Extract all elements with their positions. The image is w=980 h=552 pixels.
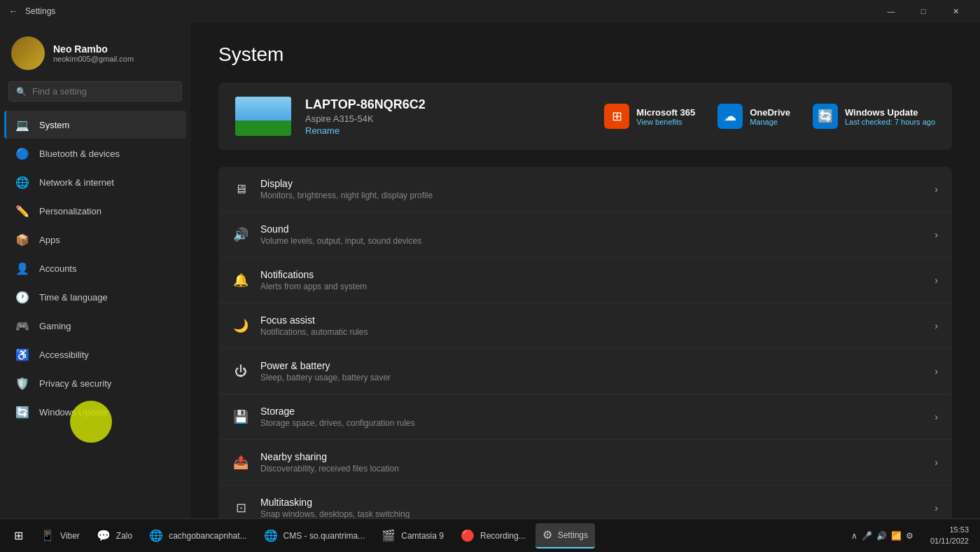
user-profile[interactable]: Neo Rambo neokim005@gmail.com bbox=[0, 22, 190, 81]
chrome2-taskbar-label: CMS - so.quantrima... bbox=[284, 531, 365, 541]
start-button[interactable]: ⊞ bbox=[6, 523, 31, 548]
sidebar-item-accessibility[interactable]: ♿ Accessibility bbox=[4, 340, 186, 368]
user-email: neokim005@gmail.com bbox=[53, 55, 134, 63]
quick-link-sub-windows-update[interactable]: Last checked: 7 hours ago bbox=[845, 118, 935, 126]
sidebar-item-time[interactable]: 🕐 Time & language bbox=[4, 283, 186, 311]
sound-icon: 🔊 bbox=[232, 226, 249, 243]
chevron-right-icon: › bbox=[934, 366, 938, 377]
settings-desc-multitasking: Snap windows, desktops, task switching bbox=[260, 509, 923, 518]
close-button[interactable]: ✕ bbox=[939, 0, 972, 22]
tray-mic-icon: 🎤 bbox=[862, 531, 872, 541]
sidebar-item-label: Windows Update bbox=[39, 407, 108, 418]
gaming-icon: 🎮 bbox=[15, 319, 29, 333]
chevron-right-icon: › bbox=[934, 320, 938, 331]
settings-item-nearby-sharing[interactable]: 📤 Nearby sharing Discoverability, receiv… bbox=[218, 440, 952, 485]
recording-taskbar-label: Recording... bbox=[480, 531, 526, 541]
multitasking-icon: ⊡ bbox=[232, 499, 249, 516]
sidebar-item-label: Time & language bbox=[39, 292, 108, 303]
quick-link-windows-update[interactable]: 🔄 Windows Update Last checked: 7 hours a… bbox=[813, 104, 935, 129]
privacy-icon: 🛡️ bbox=[15, 376, 29, 390]
taskbar: ⊞ 📱 Viber 💬 Zalo 🌐 cachgobancapnhat... 🌐… bbox=[0, 518, 980, 552]
settings-item-multitasking[interactable]: ⊡ Multitasking Snap windows, desktops, t… bbox=[218, 485, 952, 518]
settings-title-nearby-sharing: Nearby sharing bbox=[260, 451, 923, 462]
settings-title-sound: Sound bbox=[260, 223, 923, 235]
chevron-right-icon: › bbox=[934, 411, 938, 422]
taskbar-app-recording[interactable]: 🔴 Recording... bbox=[454, 523, 533, 548]
settings-title-multitasking: Multitasking bbox=[260, 497, 923, 508]
settings-list: 🖥 Display Monitors, brightness, night li… bbox=[218, 167, 952, 518]
display-icon: 🖥 bbox=[232, 181, 249, 198]
settings-item-storage[interactable]: 💾 Storage Storage space, drives, configu… bbox=[218, 394, 952, 440]
taskbar-right: ∧ 🎤 🔊 📶 ⚙ 15:53 01/11/2022 bbox=[846, 525, 974, 546]
viber-taskbar-label: Viber bbox=[60, 531, 80, 541]
back-button[interactable]: ← bbox=[8, 6, 18, 17]
settings-item-focus-assist[interactable]: 🌙 Focus assist Notifications, automatic … bbox=[218, 303, 952, 349]
sidebar-item-bluetooth[interactable]: 🔵 Bluetooth & devices bbox=[4, 139, 186, 167]
taskbar-apps: 📱 Viber 💬 Zalo 🌐 cachgobancapnhat... 🌐 C… bbox=[34, 523, 595, 548]
tray-arrow[interactable]: ∧ bbox=[851, 531, 858, 541]
nav-list: 💻 System 🔵 Bluetooth & devices 🌐 Network… bbox=[0, 110, 190, 427]
sidebar-item-personalization[interactable]: ✏️ Personalization bbox=[4, 197, 186, 225]
sidebar-item-privacy[interactable]: 🛡️ Privacy & security bbox=[4, 369, 186, 397]
taskbar-tray: ∧ 🎤 🔊 📶 ⚙ bbox=[846, 531, 919, 541]
settings-item-notifications[interactable]: 🔔 Notifications Alerts from apps and sys… bbox=[218, 258, 952, 303]
sidebar-item-system[interactable]: 💻 System bbox=[4, 111, 186, 139]
sidebar-item-label: Bluetooth & devices bbox=[39, 149, 120, 159]
quick-link-sub-ms365[interactable]: View benefits bbox=[636, 118, 695, 126]
user-name: Neo Rambo bbox=[53, 43, 134, 55]
device-name: LAPTOP-86NQR6C2 bbox=[305, 97, 590, 112]
sidebar-item-gaming[interactable]: 🎮 Gaming bbox=[4, 312, 186, 340]
chrome1-taskbar-label: cachgobancapnhat... bbox=[169, 531, 246, 541]
device-info: LAPTOP-86NQR6C2 Aspire A315-54K Rename bbox=[305, 97, 590, 136]
settings-desc-focus-assist: Notifications, automatic rules bbox=[260, 327, 923, 337]
sidebar-item-windows-update[interactable]: 🔄 Windows Update bbox=[4, 398, 186, 426]
taskbar-app-viber[interactable]: 📱 Viber bbox=[34, 523, 87, 548]
sidebar-item-label: Apps bbox=[39, 235, 60, 245]
settings-item-sound[interactable]: 🔊 Sound Volume levels, output, input, so… bbox=[218, 212, 952, 258]
sidebar-item-accounts[interactable]: 👤 Accounts bbox=[4, 254, 186, 282]
sidebar-item-label: Gaming bbox=[39, 321, 71, 331]
settings-desc-sound: Volume levels, output, input, sound devi… bbox=[260, 236, 923, 246]
minimize-button[interactable]: — bbox=[875, 0, 907, 22]
nearby-sharing-icon: 📤 bbox=[232, 454, 249, 471]
quick-link-sub-onedrive[interactable]: Manage bbox=[750, 118, 790, 126]
window-controls: — □ ✕ bbox=[875, 0, 972, 22]
taskbar-app-chrome1[interactable]: 🌐 cachgobancapnhat... bbox=[142, 523, 253, 548]
bluetooth-icon: 🔵 bbox=[15, 146, 29, 160]
settings-title-notifications: Notifications bbox=[260, 269, 923, 280]
taskbar-clock[interactable]: 15:53 01/11/2022 bbox=[925, 525, 974, 546]
taskbar-app-camtasia[interactable]: 🎬 Camtasia 9 bbox=[374, 523, 451, 548]
clock-date: 01/11/2022 bbox=[930, 536, 969, 546]
settings-title-display: Display bbox=[260, 178, 923, 189]
chrome1-taskbar-icon: 🌐 bbox=[149, 529, 163, 542]
search-box[interactable]: 🔍 bbox=[8, 81, 182, 102]
sidebar-item-apps[interactable]: 📦 Apps bbox=[4, 226, 186, 254]
tray-gear-icon[interactable]: ⚙ bbox=[906, 531, 913, 541]
taskbar-app-chrome2[interactable]: 🌐 CMS - so.quantrima... bbox=[257, 523, 372, 548]
settings-item-display[interactable]: 🖥 Display Monitors, brightness, night li… bbox=[218, 167, 952, 212]
taskbar-app-zalo[interactable]: 💬 Zalo bbox=[90, 523, 139, 548]
settings-taskbar-label: Settings bbox=[558, 530, 588, 540]
zalo-taskbar-label: Zalo bbox=[116, 531, 132, 541]
quick-link-onedrive[interactable]: ☁ OneDrive Manage bbox=[718, 104, 790, 129]
device-card: LAPTOP-86NQR6C2 Aspire A315-54K Rename ⊞… bbox=[218, 83, 952, 150]
device-thumbnail bbox=[235, 97, 291, 136]
network-icon: 🌐 bbox=[15, 175, 29, 189]
tray-network-icon[interactable]: 📶 bbox=[891, 531, 902, 541]
chevron-right-icon: › bbox=[934, 457, 938, 468]
viber-taskbar-icon: 📱 bbox=[41, 529, 55, 542]
device-rename-link[interactable]: Rename bbox=[305, 125, 590, 136]
quick-link-title-ms365: Microsoft 365 bbox=[636, 107, 695, 118]
settings-desc-storage: Storage space, drives, configuration rul… bbox=[260, 418, 923, 428]
search-input[interactable] bbox=[32, 86, 174, 97]
sidebar-item-label: Accessibility bbox=[39, 350, 89, 360]
ms365-icon: ⊞ bbox=[604, 104, 629, 129]
settings-item-power-battery[interactable]: ⏻ Power & battery Sleep, battery usage, … bbox=[218, 349, 952, 394]
page-title: System bbox=[218, 43, 952, 66]
sidebar-item-network[interactable]: 🌐 Network & internet bbox=[4, 168, 186, 196]
maximize-button[interactable]: □ bbox=[907, 0, 939, 22]
quick-link-ms365[interactable]: ⊞ Microsoft 365 View benefits bbox=[604, 104, 695, 129]
power-battery-icon: ⏻ bbox=[232, 363, 249, 380]
taskbar-app-settings[interactable]: ⚙ Settings bbox=[536, 523, 595, 548]
tray-volume-icon[interactable]: 🔊 bbox=[876, 531, 887, 541]
